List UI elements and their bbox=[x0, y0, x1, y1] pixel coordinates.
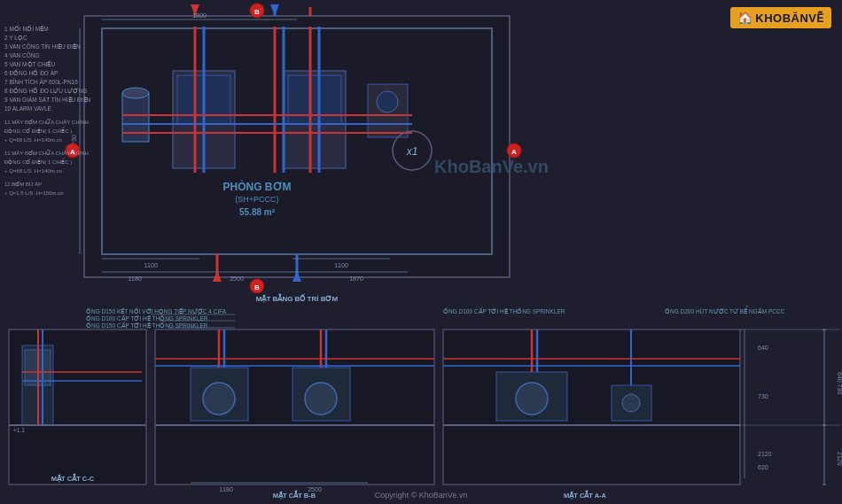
svg-text:+ Q=68 L/S .H=140m.cn: + Q=68 L/S .H=140m.cn bbox=[4, 168, 62, 174]
svg-text:1870: 1870 bbox=[349, 275, 363, 282]
svg-text:10 ALARM VAVLE: 10 ALARM VAVLE bbox=[4, 105, 52, 112]
svg-rect-5 bbox=[288, 75, 341, 124]
svg-text:640.730: 640.730 bbox=[837, 372, 842, 394]
svg-text:MẶT CẮT B-B: MẶT CẮT B-B bbox=[273, 490, 316, 500]
svg-text:1100: 1100 bbox=[144, 262, 158, 268]
svg-text:6 ĐỒNG HỒ ĐO ÁP: 6 ĐỒNG HỒ ĐO ÁP bbox=[4, 69, 58, 76]
svg-text:ỐNG D100 CẤP TỚI HỆ THỐNG SPRI: ỐNG D100 CẤP TỚI HỆ THỐNG SPRINKLER bbox=[86, 314, 208, 322]
svg-text:2120: 2120 bbox=[758, 451, 772, 457]
svg-text:1180: 1180 bbox=[128, 275, 142, 282]
main-container: 🏠 KHOBĂNVẼ bbox=[0, 0, 842, 504]
svg-text:ĐỘNG CƠ ĐIỆN( 1 CHIẾC ): ĐỘNG CƠ ĐIỆN( 1 CHIẾC ) bbox=[4, 127, 72, 135]
svg-point-7 bbox=[377, 91, 398, 112]
svg-text:9 VAN GIÁM SÁT TÍN HIỆU ĐIỆN: 9 VAN GIÁM SÁT TÍN HIỆU ĐIỆN bbox=[4, 96, 91, 104]
svg-text:KhoBanVe.vn: KhoBanVe.vn bbox=[434, 157, 549, 176]
svg-text:ỐNG D200 HÚT NƯỚC TỪ BỂ NGẦM P: ỐNG D200 HÚT NƯỚC TỪ BỂ NGẦM PCCC bbox=[665, 306, 785, 314]
svg-text:8 ĐỒNG HỒ ĐO LƯU LƯỢNG: 8 ĐỒNG HỒ ĐO LƯU LƯỢNG bbox=[4, 87, 87, 95]
svg-point-9 bbox=[122, 88, 149, 98]
svg-text:ĐỘNG CƠ ĐIỆN( 1 CHIẾC ): ĐỘNG CƠ ĐIỆN( 1 CHIẾC ) bbox=[4, 158, 72, 166]
svg-text:(SH+PCCC): (SH+PCCC) bbox=[235, 195, 278, 204]
svg-text:+1.1: +1.1 bbox=[13, 427, 25, 433]
svg-point-95 bbox=[622, 394, 640, 412]
svg-text:PHÒNG BƠM: PHÒNG BƠM bbox=[223, 180, 292, 193]
svg-point-93 bbox=[516, 383, 548, 415]
svg-text:2 Y LỌC: 2 Y LỌC bbox=[4, 35, 27, 42]
svg-text:1 MỐI NỐI MỀM: 1 MỐI NỐI MỀM bbox=[4, 25, 49, 32]
svg-rect-8 bbox=[122, 93, 149, 142]
svg-text:+ Q=1.5 L/S .H=150m.cn: + Q=1.5 L/S .H=150m.cn bbox=[4, 190, 64, 196]
svg-text:1100: 1100 bbox=[334, 262, 348, 268]
svg-marker-23 bbox=[270, 4, 279, 16]
svg-text:11 MÁY BƠM CHỮA CHÁY CHÍNH: 11 MÁY BƠM CHỮA CHÁY CHÍNH bbox=[4, 119, 89, 125]
svg-text:12 BƠM BÙ ÁP: 12 BƠM BÙ ÁP bbox=[4, 181, 42, 187]
svg-text:730: 730 bbox=[758, 393, 768, 399]
technical-drawing: PHÒNG BƠM (SH+PCCC) 55.88 m² x1 1800 273… bbox=[0, 0, 842, 504]
svg-text:1800: 1800 bbox=[192, 12, 207, 19]
svg-text:B: B bbox=[254, 283, 260, 291]
svg-text:ỐNG D150 CẤP TỚI HỆ THỐNG SPRI: ỐNG D150 CẤP TỚI HỆ THỐNG SPRINKLER bbox=[86, 322, 208, 330]
svg-point-78 bbox=[305, 383, 337, 415]
svg-text:MẶT BẰNG BỐ TRÍ BƠM: MẶT BẰNG BỐ TRÍ BƠM bbox=[256, 293, 339, 303]
svg-text:2120: 2120 bbox=[837, 452, 842, 466]
svg-text:ỐNG D150 KẾT NỐI VỚI HỌNG TIẾP: ỐNG D150 KẾT NỐI VỚI HỌNG TIẾP NƯỚC 4 CI… bbox=[86, 307, 227, 315]
svg-text:x1: x1 bbox=[406, 145, 418, 158]
svg-rect-91 bbox=[443, 330, 740, 485]
svg-text:2500: 2500 bbox=[230, 275, 244, 282]
svg-point-76 bbox=[203, 383, 235, 415]
svg-text:3 VAN CÔNG TÍN HIỆU ĐIỆN: 3 VAN CÔNG TÍN HIỆU ĐIỆN bbox=[4, 43, 81, 50]
svg-text:11 MÁY BƠM CHỮA CHÁY CHÍNH: 11 MÁY BƠM CHỮA CHÁY CHÍNH bbox=[4, 150, 89, 156]
svg-text:4 VAN CÔNG: 4 VAN CÔNG bbox=[4, 51, 40, 58]
svg-text:7 BÌNH TÍCH ÁP 600L-PN16: 7 BÌNH TÍCH ÁP 600L-PN16 bbox=[4, 78, 78, 85]
svg-text:1180: 1180 bbox=[219, 486, 233, 492]
svg-text:ỐNG D100 CẤP TỚI HỆ THỐNG SPRI: ỐNG D100 CẤP TỚI HỆ THỐNG SPRINKLER bbox=[443, 307, 565, 315]
svg-text:+ Q=68 L/S .H=140m.cn: + Q=68 L/S .H=140m.cn bbox=[4, 137, 62, 143]
svg-text:620: 620 bbox=[758, 464, 768, 470]
svg-text:MẶT CẮT C-C: MẶT CẮT C-C bbox=[51, 473, 95, 483]
svg-text:MẶT CẮT A-A: MẶT CẮT A-A bbox=[564, 490, 607, 500]
svg-text:55.88 m²: 55.88 m² bbox=[239, 207, 276, 217]
svg-text:Copyright © KhoBanVe.vn: Copyright © KhoBanVe.vn bbox=[375, 491, 468, 500]
svg-text:B: B bbox=[254, 8, 260, 16]
svg-text:A: A bbox=[511, 148, 517, 156]
svg-text:640: 640 bbox=[758, 345, 768, 351]
svg-text:5 VAN MỘT CHIỀU: 5 VAN MỘT CHIỀU bbox=[4, 60, 55, 68]
